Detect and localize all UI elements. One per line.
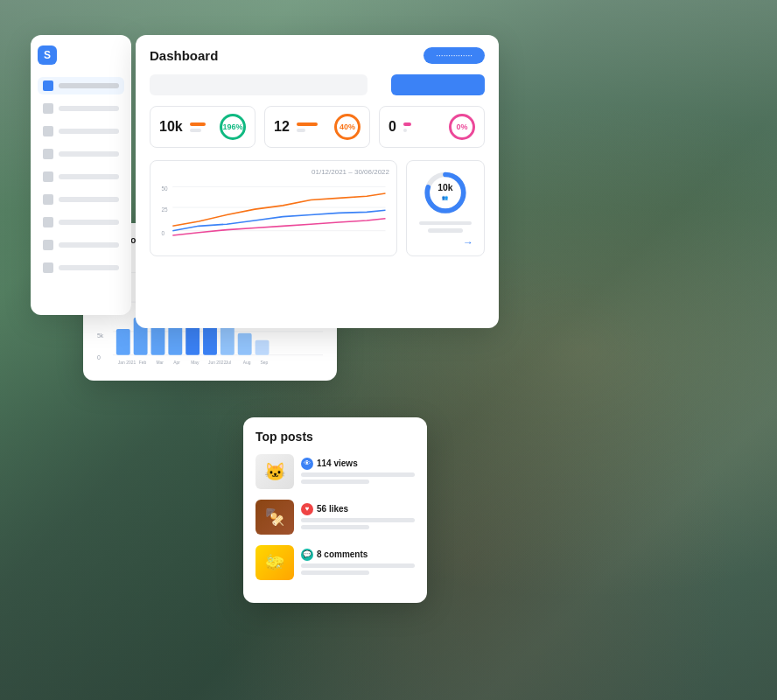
sidebar-icon-3	[43, 126, 53, 136]
svg-text:Mar: Mar	[156, 360, 164, 365]
comments-count-3: 8 comments	[317, 550, 368, 559]
stat-bar-line-2b	[297, 129, 306, 132]
donut-label-line-2	[428, 228, 463, 233]
stat-circle-2: 40%	[334, 114, 360, 140]
donut-card: 10k 👥 →	[406, 160, 485, 256]
sidebar-icon-4	[43, 149, 53, 159]
comments-icon: 💬	[301, 549, 313, 561]
line-chart: 01/12/2021 – 30/06/2022 50 25 0	[150, 160, 397, 256]
sidebar-icon-2	[43, 103, 53, 114]
post-stat-row-3: 💬 8 comments	[301, 549, 415, 561]
top-posts-title: Top posts	[256, 430, 415, 444]
svg-text:👥: 👥	[443, 194, 450, 201]
stat-bar-line-2a	[297, 122, 318, 126]
svg-text:Jan 2021: Jan 2021	[118, 360, 136, 365]
stat-bar-3	[403, 122, 442, 132]
chart-date-range: 01/12/2021 – 30/06/2022	[158, 168, 389, 176]
svg-text:0: 0	[162, 230, 165, 236]
filter-bar	[150, 74, 485, 95]
svg-rect-18	[116, 329, 130, 355]
sidebar-icon-1	[43, 80, 53, 91]
dashboard-action-button[interactable]: ···············	[424, 47, 485, 64]
stat-value-1: 10k	[159, 119, 183, 135]
post-text-line-2a	[301, 518, 415, 522]
dashboard-card: Dashboard ··············· 10k 196% 12 40…	[136, 35, 499, 328]
sidebar-icon-6	[43, 194, 53, 205]
filter-input[interactable]	[150, 74, 368, 95]
sidebar-icon-7	[43, 217, 53, 228]
svg-text:0: 0	[97, 354, 101, 360]
line-chart-svg: 50 25 0	[158, 179, 389, 249]
stat-value-3: 0	[388, 119, 396, 135]
svg-text:Feb: Feb	[139, 360, 147, 365]
sidebar-label-9	[59, 265, 119, 270]
sidebar-icon-8	[43, 240, 53, 250]
donut-arrow-button[interactable]: →	[463, 236, 477, 248]
sidebar-label-4	[59, 151, 119, 157]
svg-text:Apr: Apr	[173, 360, 180, 365]
stat-value-2: 12	[274, 119, 290, 135]
post-text-line-1b	[301, 480, 369, 484]
sidebar-item-9[interactable]	[38, 259, 124, 276]
stat-bar-line-1b	[190, 129, 201, 132]
sidebar-label-8	[59, 242, 119, 248]
sponge-thumbnail: 🧽	[256, 545, 294, 580]
likes-count-2: 56 likes	[317, 504, 348, 514]
sidebar-label-5	[59, 174, 119, 179]
sidebar-icon-5	[43, 172, 53, 182]
sidebar-label-1	[59, 83, 119, 88]
stat-bar-line-3b	[403, 129, 407, 132]
stat-card-2: 12 40%	[264, 106, 370, 148]
views-count-1: 114 views	[317, 458, 358, 468]
svg-text:Aug: Aug	[243, 360, 251, 365]
stat-bar-line-3a	[403, 122, 411, 126]
post-info-2: ♥ 56 likes	[301, 503, 415, 532]
post-text-line-3a	[301, 564, 415, 568]
svg-text:May: May	[191, 360, 200, 365]
svg-rect-26	[256, 340, 270, 355]
stat-circle-3: 0%	[449, 114, 475, 140]
svg-text:Jun 2022: Jun 2022	[208, 360, 227, 365]
sidebar-item-5[interactable]	[38, 168, 124, 186]
dashboard-title: Dashboard	[150, 48, 218, 63]
filter-button[interactable]	[391, 74, 485, 95]
top-posts-card: Top posts 🐱 👁 114 views 🍢 ♥ 56 likes	[243, 417, 427, 603]
sidebar-label-7	[59, 220, 119, 225]
post-item-1: 🐱 👁 114 views	[256, 454, 415, 489]
dashboard-header: Dashboard ···············	[150, 47, 485, 64]
sidebar-item-7[interactable]	[38, 214, 124, 231]
stat-card-3: 0 0%	[379, 106, 485, 148]
svg-text:10k: 10k	[438, 183, 453, 192]
svg-text:50: 50	[162, 186, 169, 192]
post-text-line-3b	[301, 570, 369, 575]
post-stat-row-1: 👁 114 views	[301, 458, 415, 470]
chart-area: 01/12/2021 – 30/06/2022 50 25 0	[150, 160, 485, 256]
sidebar-item-1[interactable]	[38, 77, 124, 94]
donut-label-line-1	[419, 221, 472, 226]
stat-bar-line-1a	[190, 122, 206, 126]
sidebar-item-8[interactable]	[38, 236, 124, 254]
post-info-3: 💬 8 comments	[301, 549, 415, 578]
post-item-3: 🧽 💬 8 comments	[256, 545, 415, 580]
donut-chart-svg: 10k 👥	[419, 168, 472, 218]
svg-text:25: 25	[162, 206, 169, 213]
stat-bar-1	[190, 122, 213, 132]
post-stat-row-2: ♥ 56 likes	[301, 503, 415, 515]
sidebar-label-3	[59, 129, 119, 134]
sidebar-icon-9	[43, 262, 53, 273]
svg-rect-25	[238, 333, 252, 355]
likes-icon: ♥	[301, 503, 313, 515]
sidebar-item-6[interactable]	[38, 191, 124, 208]
post-thumb-2: 🍢	[256, 500, 294, 535]
stat-bar-2	[297, 122, 327, 132]
sidebar-item-2[interactable]	[38, 100, 124, 117]
stats-row: 10k 196% 12 40% 0 0%	[150, 106, 485, 148]
stat-card-1: 10k 196%	[150, 106, 256, 148]
sidebar-item-3[interactable]	[38, 122, 124, 140]
sidebar-logo: S	[38, 46, 57, 65]
svg-text:Jul: Jul	[226, 360, 231, 365]
cat-thumbnail: 🐱	[256, 454, 294, 489]
svg-text:Sep: Sep	[261, 360, 269, 365]
sidebar-label-2	[59, 106, 119, 111]
sidebar-item-4[interactable]	[38, 145, 124, 163]
